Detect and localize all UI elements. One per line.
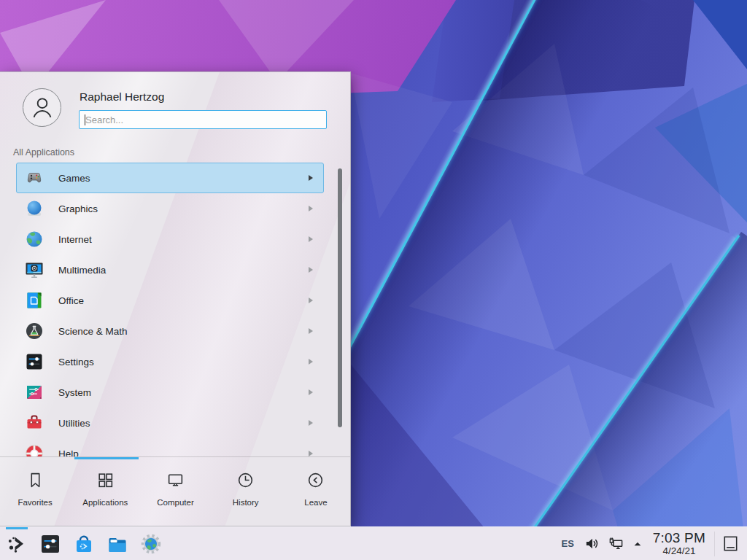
show-desktop-button[interactable] — [714, 532, 741, 556]
submenu-arrow-icon — [309, 206, 313, 211]
graphics-icon — [24, 198, 44, 219]
office-icon — [24, 290, 44, 311]
launcher-header: Raphael Hertzog — [23, 88, 327, 129]
launcher-tabbar: FavoritesApplicationsComputerHistoryLeav… — [0, 457, 351, 526]
settings-icon — [24, 351, 44, 372]
leave-icon — [306, 471, 325, 492]
keyboard-layout-indicator[interactable]: ES — [561, 538, 573, 549]
user-name: Raphael Hertzog — [80, 90, 327, 104]
active-task-indicator — [6, 527, 28, 529]
user-avatar[interactable] — [23, 88, 61, 127]
submenu-arrow-icon — [309, 420, 313, 426]
category-help[interactable]: Help — [16, 438, 324, 456]
computer-icon — [166, 471, 185, 492]
volume-icon[interactable] — [584, 536, 600, 551]
category-multimedia[interactable]: Multimedia — [16, 254, 324, 285]
tab-favorites[interactable]: Favorites — [0, 457, 70, 526]
search-input[interactable] — [80, 111, 326, 128]
category-internet[interactable]: Internet — [16, 224, 324, 254]
tab-label: Favorites — [18, 498, 52, 507]
active-tab-indicator — [74, 457, 139, 459]
submenu-arrow-icon — [309, 359, 313, 365]
tab-leave[interactable]: Leave — [281, 457, 351, 526]
taskbar: ES 7:03 PM 4/24/21 — [0, 526, 747, 560]
system-settings-button[interactable] — [39, 532, 62, 556]
category-label: Science & Math — [58, 326, 128, 337]
clock-date: 4/24/21 — [653, 546, 705, 556]
clock-time: 7:03 PM — [653, 531, 705, 545]
help-icon — [24, 443, 44, 456]
utilities-icon — [24, 413, 44, 433]
application-launcher-menu: Raphael Hertzog All Applications GamesGr… — [0, 71, 351, 526]
category-system[interactable]: System — [16, 377, 324, 408]
clock[interactable]: 7:03 PM 4/24/21 — [653, 531, 705, 556]
category-label: Games — [58, 173, 90, 184]
text-caret — [85, 114, 85, 125]
submenu-arrow-icon — [309, 328, 313, 334]
multimedia-icon — [24, 260, 44, 280]
submenu-arrow-icon — [309, 389, 313, 395]
internet-icon — [24, 229, 44, 249]
submenu-arrow-icon — [309, 298, 313, 303]
section-label: All Applications — [13, 147, 74, 158]
category-list: GamesGraphicsInternetMultimediaOfficeSci… — [0, 163, 351, 456]
application-launcher-button[interactable] — [5, 532, 28, 556]
tab-label: Applications — [82, 498, 128, 507]
favorites-icon — [26, 471, 44, 492]
category-science-math[interactable]: Science & Math — [16, 316, 324, 346]
category-label: Help — [58, 448, 79, 457]
category-settings[interactable]: Settings — [16, 346, 324, 377]
category-graphics[interactable]: Graphics — [16, 193, 324, 224]
category-label: Office — [58, 295, 84, 306]
scrollbar[interactable] — [338, 168, 342, 427]
network-icon[interactable] — [608, 536, 624, 551]
tab-label: History — [233, 498, 259, 507]
applications-icon — [96, 471, 115, 492]
tab-label: Computer — [157, 498, 194, 507]
games-icon — [24, 168, 44, 188]
system-icon — [24, 382, 44, 402]
category-label: Graphics — [58, 203, 98, 214]
file-manager-button[interactable] — [106, 532, 129, 556]
tab-computer[interactable]: Computer — [140, 457, 210, 526]
submenu-arrow-icon — [309, 175, 313, 181]
expand-tray-icon[interactable] — [632, 539, 643, 549]
category-label: System — [58, 387, 91, 398]
category-office[interactable]: Office — [16, 285, 324, 316]
web-browser-button[interactable] — [139, 532, 163, 556]
submenu-arrow-icon — [309, 267, 313, 273]
category-utilities[interactable]: Utilities — [16, 408, 324, 438]
category-label: Multimedia — [58, 265, 106, 276]
category-label: Utilities — [58, 418, 90, 429]
history-icon — [236, 471, 255, 492]
system-tray: ES 7:03 PM 4/24/21 — [561, 531, 747, 556]
category-games[interactable]: Games — [16, 163, 324, 193]
taskbar-launchers — [0, 532, 173, 556]
submenu-arrow-icon — [309, 451, 313, 456]
submenu-arrow-icon — [309, 236, 313, 242]
search-field[interactable] — [79, 110, 327, 129]
desktop: Raphael Hertzog All Applications GamesGr… — [0, 0, 747, 560]
tab-label: Leave — [304, 498, 327, 507]
discover-button[interactable] — [72, 532, 96, 556]
category-list-viewport: GamesGraphicsInternetMultimediaOfficeSci… — [0, 163, 351, 456]
science-icon — [24, 321, 44, 341]
tab-history[interactable]: History — [211, 457, 281, 526]
tab-applications[interactable]: Applications — [70, 457, 140, 526]
category-label: Internet — [58, 234, 92, 245]
category-label: Settings — [58, 357, 94, 368]
